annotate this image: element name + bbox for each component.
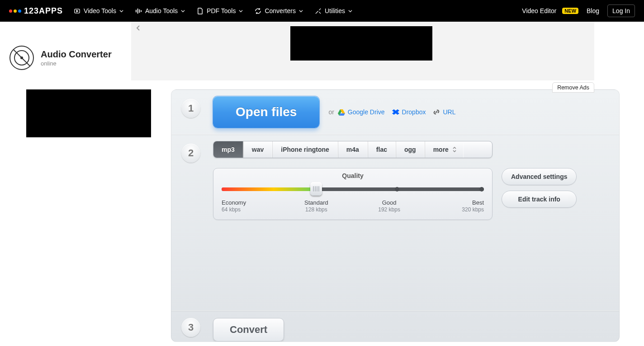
quality-labels: Economy 64 kbps Standard 128 kbps Good 1… [222, 199, 484, 213]
menu-label: Audio Tools [145, 7, 178, 14]
format-tab-flac[interactable]: flac [368, 141, 396, 158]
label: Best [472, 199, 484, 206]
equalizer-icon [135, 8, 142, 14]
menu-converters[interactable]: Converters [255, 7, 303, 14]
quality-label-standard: Standard 128 kbps [280, 199, 353, 213]
link-icon [433, 108, 440, 116]
new-badge: NEW [562, 8, 578, 14]
edit-track-info-button[interactable]: Edit track info [502, 191, 577, 208]
dropbox-link[interactable]: Dropbox [392, 108, 426, 116]
left-ad-column [26, 89, 162, 137]
link-label: URL [443, 108, 455, 116]
step-3-section: 3 Convert [171, 310, 619, 341]
top-bar: 123APPS Video Tools Audio Tools PDF Tool… [0, 0, 644, 22]
quality-label-best: Best 320 kbps [426, 199, 484, 213]
url-link[interactable]: URL [433, 108, 455, 116]
chevron-down-icon [348, 9, 352, 13]
ad-placeholder [290, 26, 432, 61]
open-files-label: Open files [236, 105, 297, 119]
button-label: Advanced settings [511, 173, 567, 180]
tab-label: more [433, 146, 449, 153]
label: Good [382, 199, 397, 206]
updown-icon [452, 146, 457, 153]
quality-label-good: Good 192 kbps [353, 199, 426, 213]
play-icon [74, 8, 80, 14]
brand-dots-icon [9, 9, 21, 13]
dropbox-icon [392, 108, 399, 116]
google-drive-link[interactable]: Google Drive [338, 108, 385, 116]
audio-converter-icon [9, 45, 34, 70]
link-video-editor[interactable]: Video Editor NEW [522, 7, 578, 14]
login-label: Log In [612, 7, 630, 14]
app-title-block: Audio Converter online [0, 22, 131, 70]
tools-icon [315, 8, 322, 14]
brand-logo[interactable]: 123APPS [9, 6, 63, 16]
menu-label: Utilities [325, 7, 345, 14]
menu-pdf-tools[interactable]: PDF Tools [197, 7, 243, 14]
menu-audio-tools[interactable]: Audio Tools [135, 7, 185, 14]
button-label: Edit track info [518, 196, 560, 203]
format-tab-wav[interactable]: wav [243, 141, 272, 158]
link-blog[interactable]: Blog [587, 7, 599, 14]
page-subtitle: online [41, 60, 112, 67]
header-row: Audio Converter online [0, 22, 644, 80]
link-label: Video Editor [522, 7, 556, 14]
label: Standard [304, 199, 328, 206]
svg-rect-4 [141, 10, 142, 12]
format-tab-ogg[interactable]: ogg [396, 141, 425, 158]
step-number-badge: 1 [181, 99, 200, 118]
menu-utilities[interactable]: Utilities [315, 7, 352, 14]
login-button[interactable]: Log In [607, 5, 635, 17]
top-ad-panel [131, 22, 594, 80]
menu-label: Converters [265, 7, 295, 14]
format-tab-iphone-ringtone[interactable]: iPhone ringtone [272, 141, 338, 158]
main-card: 1 Open files or Google Drive Dropbox [171, 89, 620, 342]
back-arrow-icon[interactable] [135, 24, 142, 32]
format-tab-more[interactable]: more [425, 141, 464, 158]
link-label: Dropbox [402, 108, 426, 116]
brand-text: 123APPS [24, 6, 63, 16]
or-label: or [328, 108, 334, 116]
chevron-down-icon [299, 9, 303, 13]
rate: 64 kbps [222, 206, 280, 213]
ad-placeholder [26, 89, 151, 137]
rate: 192 kbps [353, 206, 426, 213]
menu-video-tools[interactable]: Video Tools [74, 7, 123, 14]
svg-line-8 [14, 50, 30, 66]
google-drive-icon [338, 108, 345, 116]
format-tab-mp3[interactable]: mp3 [213, 141, 243, 158]
tab-label: ogg [404, 146, 416, 153]
file-icon [197, 8, 204, 14]
svg-rect-2 [137, 8, 138, 13]
convert-button[interactable]: Convert [213, 318, 284, 341]
top-right: Video Editor NEW Blog Log In [522, 5, 635, 17]
tab-label: m4a [346, 146, 359, 153]
rate: 128 kbps [280, 206, 353, 213]
link-label: Blog [587, 7, 599, 14]
open-files-button[interactable]: Open files [213, 96, 319, 128]
quality-slider[interactable] [222, 184, 484, 194]
link-label: Google Drive [348, 108, 385, 116]
quality-title: Quality [222, 172, 484, 179]
tab-label: mp3 [222, 146, 235, 153]
label: Economy [222, 199, 246, 206]
step-2-section: 2 mp3 wav iPhone ringtone m4a flac ogg m… [171, 134, 619, 310]
quality-label-economy: Economy 64 kbps [222, 199, 280, 213]
menu-label: PDF Tools [207, 7, 236, 14]
refresh-icon [255, 8, 261, 14]
format-tab-m4a[interactable]: m4a [338, 141, 368, 158]
top-menus: Video Tools Audio Tools PDF Tools Conver… [74, 7, 352, 14]
quality-panel: Quality Economy 6 [213, 168, 492, 220]
svg-rect-1 [136, 9, 137, 12]
side-buttons: Advanced settings Edit track info [502, 168, 577, 208]
body-row: 1 Open files or Google Drive Dropbox [0, 89, 644, 342]
step-1-section: 1 Open files or Google Drive Dropbox [171, 90, 619, 134]
step-number-badge: 2 [181, 144, 200, 163]
tab-label: flac [376, 146, 387, 153]
format-bar: mp3 wav iPhone ringtone m4a flac ogg mor… [213, 141, 492, 158]
step-number-badge: 3 [181, 318, 200, 337]
page-title: Audio Converter [41, 49, 112, 60]
advanced-settings-button[interactable]: Advanced settings [502, 168, 577, 185]
chevron-down-icon [119, 9, 123, 13]
button-label: Convert [230, 324, 267, 336]
